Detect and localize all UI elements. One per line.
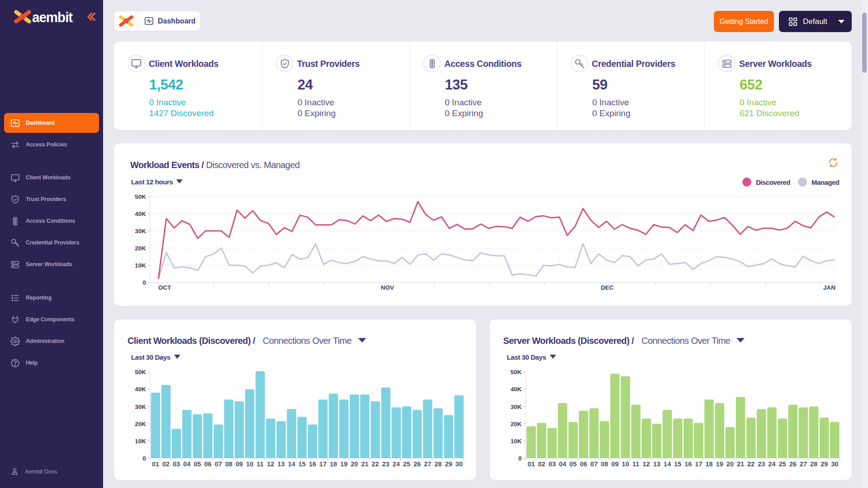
svg-text:10: 10 [246,460,253,468]
svg-text:DEC: DEC [601,284,614,291]
svg-text:19: 19 [716,460,723,468]
svg-text:14: 14 [288,460,295,468]
svg-text:02: 02 [162,460,170,468]
svg-text:10K: 10K [135,438,146,445]
svg-text:20K: 20K [135,421,146,427]
svg-text:10K: 10K [135,262,146,269]
svg-text:12: 12 [267,460,274,468]
svg-text:JAN: JAN [823,284,835,291]
svg-text:07: 07 [590,460,598,468]
svg-text:20: 20 [351,460,358,468]
svg-text:50K: 50K [135,193,146,200]
svg-text:28: 28 [434,460,442,468]
svg-text:13: 13 [278,460,285,468]
svg-text:0: 0 [518,455,522,462]
svg-text:OCT: OCT [158,284,171,291]
svg-text:40K: 40K [510,386,522,393]
svg-text:21: 21 [737,460,744,468]
svg-text:0: 0 [142,279,146,286]
svg-text:25: 25 [779,460,786,468]
svg-text:16: 16 [684,460,692,468]
svg-text:40K: 40K [135,211,146,217]
svg-text:50K: 50K [510,369,522,375]
svg-text:17: 17 [319,460,326,468]
svg-text:28: 28 [810,460,817,468]
svg-text:29: 29 [445,460,452,468]
svg-text:18: 18 [330,460,337,468]
svg-text:30: 30 [831,460,838,468]
svg-text:01: 01 [152,460,159,468]
svg-text:09: 09 [236,460,243,468]
svg-text:11: 11 [632,460,639,468]
svg-text:50K: 50K [135,369,146,375]
svg-text:30: 30 [455,460,462,468]
svg-text:29: 29 [821,460,828,468]
svg-text:20K: 20K [135,245,146,252]
svg-text:08: 08 [225,460,232,468]
svg-text:15: 15 [674,460,681,468]
svg-text:01: 01 [528,460,535,468]
svg-text:16: 16 [309,460,316,468]
svg-text:05: 05 [570,460,577,468]
svg-text:19: 19 [340,460,348,468]
svg-text:NOV: NOV [381,284,394,291]
svg-text:06: 06 [580,460,587,468]
svg-text:06: 06 [204,460,212,468]
svg-text:04: 04 [183,460,190,468]
svg-text:14: 14 [664,460,671,468]
svg-text:22: 22 [372,460,379,468]
svg-text:10: 10 [622,460,629,468]
svg-text:30K: 30K [135,228,146,235]
svg-text:09: 09 [611,460,618,468]
svg-text:11: 11 [257,460,264,468]
svg-text:23: 23 [382,460,389,468]
svg-text:25: 25 [403,460,410,468]
svg-text:26: 26 [789,460,797,468]
svg-text:05: 05 [194,460,201,468]
svg-text:18: 18 [705,460,712,468]
svg-text:12: 12 [643,460,650,468]
svg-text:03: 03 [173,460,180,468]
svg-text:0: 0 [142,455,146,462]
svg-text:24: 24 [768,460,775,468]
svg-text:27: 27 [800,460,807,468]
svg-text:15: 15 [298,460,306,468]
svg-text:30K: 30K [510,404,522,410]
svg-text:03: 03 [548,460,556,468]
svg-text:20K: 20K [510,421,522,427]
svg-text:30K: 30K [135,404,146,410]
svg-text:08: 08 [601,460,608,468]
svg-text:02: 02 [538,460,545,468]
svg-text:21: 21 [361,460,368,468]
svg-text:20: 20 [726,460,734,468]
svg-text:22: 22 [747,460,755,468]
svg-text:17: 17 [695,460,702,468]
svg-text:27: 27 [424,460,431,468]
svg-text:24: 24 [392,460,400,468]
svg-text:04: 04 [559,460,566,468]
svg-text:10K: 10K [510,438,522,445]
svg-text:26: 26 [414,460,421,468]
svg-text:07: 07 [215,460,222,468]
svg-text:23: 23 [758,460,765,468]
svg-text:13: 13 [653,460,660,468]
svg-text:40K: 40K [135,386,146,393]
